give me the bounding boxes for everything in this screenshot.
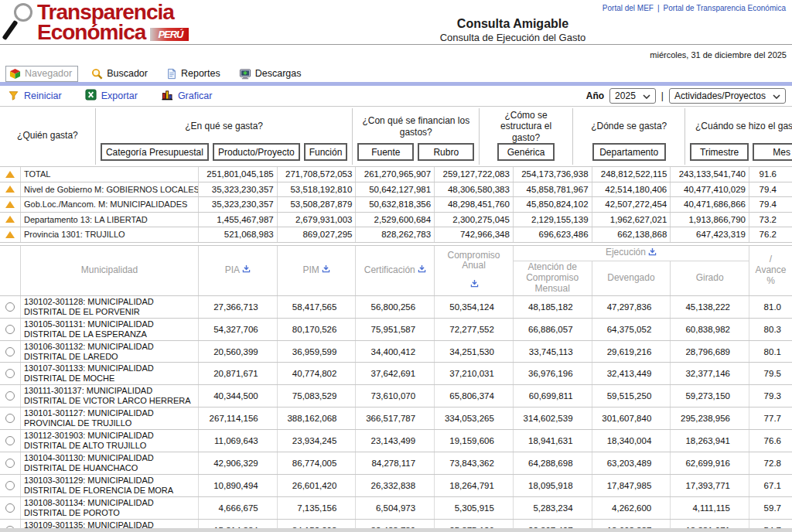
row-radio-button[interactable] — [5, 347, 15, 356]
col-certificacion[interactable]: Certificación — [355, 246, 434, 295]
logo-line1: Transparencia — [37, 2, 189, 22]
graficar-button[interactable]: Graficar — [161, 89, 212, 103]
bottom-scrollbar-track[interactable] — [0, 528, 792, 532]
summary-compromiso-anual: 48,298,451,760 — [434, 197, 513, 212]
atencion-value: 64,288,698 — [513, 452, 592, 474]
gold-triangle-icon[interactable] — [0, 227, 20, 242]
summary-girado: 40,477,410,029 — [670, 182, 749, 197]
fuente-button[interactable]: Fuente — [357, 143, 414, 161]
tab-reportes[interactable]: Reportes — [163, 66, 226, 81]
certificacion-value: 366,517,787 — [355, 408, 434, 429]
summary-atencion: 45,850,824,102 — [513, 197, 592, 212]
row-radio-button[interactable] — [5, 459, 15, 468]
table-row: 130108-301134: MUNICIPALIDAD DISTRITAL D… — [0, 497, 792, 520]
certificacion-value: 26,332,838 — [355, 475, 434, 496]
sort-download-icon[interactable] — [646, 247, 657, 259]
year-select[interactable]: 2025 — [609, 88, 656, 104]
row-radio-button[interactable] — [5, 302, 15, 312]
sort-download-icon[interactable] — [415, 264, 426, 276]
devengado-value: 63,203,489 — [592, 452, 671, 474]
col-ejecucion[interactable]: Ejecución — [513, 246, 749, 261]
funcion-button[interactable]: Función — [304, 143, 348, 161]
girado-value: 62,699,916 — [670, 452, 749, 474]
compromiso-anual-value: 18,264,791 — [434, 475, 513, 496]
girado-value: 45,138,222 — [670, 296, 749, 318]
filter-group-en-que: ¿En qué se gasta? Categoría Presupuestal… — [95, 108, 353, 165]
avance-value: 80.1 — [749, 341, 792, 363]
devengado-value: 29,619,216 — [592, 341, 671, 363]
col-pia[interactable]: PIA — [198, 246, 277, 295]
devengado-value: 17,847,985 — [592, 475, 671, 496]
year-value: 2025 — [615, 90, 636, 101]
summary-avance: 79.4 — [749, 182, 792, 197]
avance-value: 81.0 — [749, 296, 792, 318]
summary-avance: 91.6 — [749, 167, 792, 182]
link-portal-transparencia[interactable]: Portal de Transparencia Económica — [664, 4, 786, 12]
row-radio-button[interactable] — [5, 503, 15, 513]
col-compromiso-anual[interactable]: Compromiso Anual — [434, 246, 513, 295]
summary-devengado: 42,514,180,406 — [592, 182, 671, 197]
sort-download-icon[interactable] — [319, 264, 330, 276]
municipality-name: 130106-301132: MUNICIPALIDAD DISTRITAL D… — [21, 341, 198, 363]
link-portal-mef[interactable]: Portal del MEF — [603, 4, 654, 12]
row-radio-button[interactable] — [5, 391, 15, 401]
tab-descargas[interactable]: Descargas — [236, 66, 307, 81]
document-icon — [166, 68, 177, 80]
row-radio-button[interactable] — [5, 481, 15, 490]
row-radio-cell — [0, 319, 20, 340]
atencion-value: 18,095,918 — [513, 475, 592, 496]
avance-value: 59.7 — [749, 497, 792, 519]
funnel-icon — [8, 90, 19, 103]
toolbar-separator: | — [661, 90, 664, 101]
mes-button[interactable]: Mes — [753, 143, 792, 161]
compromiso-anual-value: 334,053,265 — [434, 408, 513, 429]
portal-links: Portal del MEF | Portal de Transparencia… — [603, 4, 786, 12]
summary-pim: 869,027,295 — [277, 227, 356, 242]
cube-icon — [9, 68, 21, 80]
generica-button[interactable]: Genérica — [497, 143, 554, 161]
row-radio-cell — [0, 363, 20, 384]
certificacion-value: 75,951,587 — [355, 319, 434, 340]
reiniciar-button[interactable]: Reiniciar — [8, 90, 62, 103]
pia-value: 27,366,713 — [198, 296, 277, 318]
row-radio-button[interactable] — [5, 414, 15, 423]
row-radio-button[interactable] — [5, 436, 15, 445]
gold-triangle-icon[interactable] — [0, 213, 20, 227]
table-row: 130112-301903: MUNICIPALIDAD DISTRITAL D… — [0, 430, 792, 452]
gold-triangle-icon[interactable] — [0, 182, 20, 197]
row-radio-button[interactable] — [5, 369, 15, 378]
pim-value: 58,417,565 — [277, 296, 356, 318]
trimestre-button[interactable]: Trimestre — [690, 143, 748, 161]
rubro-button[interactable]: Rubro — [418, 143, 474, 161]
girado-value: 60,838,982 — [670, 319, 749, 340]
producto-proyecto-button[interactable]: Producto/Proyecto — [213, 143, 300, 161]
summary-compromiso-anual: 742,966,348 — [434, 227, 513, 242]
pia-value: 54,327,706 — [198, 319, 277, 340]
gold-triangle-icon[interactable] — [0, 197, 20, 212]
municipality-name: 130112-301903: MUNICIPALIDAD DISTRITAL D… — [21, 430, 198, 452]
sort-download-icon[interactable] — [468, 279, 479, 291]
categoria-presupuestal-button[interactable]: Categoría Presupuestal — [101, 143, 209, 161]
municipality-name-cell: 130106-301132: MUNICIPALIDAD DISTRITAL D… — [20, 341, 198, 363]
exportar-button[interactable]: Exportar — [85, 89, 138, 103]
avance-value: 79.3 — [749, 385, 792, 407]
tab-buscador[interactable]: Buscador — [88, 66, 153, 81]
magnifier-logo-icon — [5, 2, 37, 43]
mode-select[interactable]: Actividades/Proyectos — [669, 88, 786, 104]
pim-value: 26,601,420 — [277, 475, 356, 496]
departamento-button[interactable]: Departamento — [592, 143, 666, 161]
row-radio-button[interactable] — [5, 325, 15, 334]
devengado-value: 47,297,836 — [592, 296, 671, 318]
girado-value: 295,238,956 — [670, 408, 749, 429]
page-title: Consulta Amigable — [385, 17, 640, 31]
atencion-value: 18,941,631 — [513, 430, 592, 452]
consulta-amigable-page: Transparencia Económica PERÚ Consulta Am… — [0, 0, 792, 532]
sort-download-icon[interactable] — [240, 264, 251, 276]
tab-navegador[interactable]: Navegador — [5, 66, 78, 82]
col-pim[interactable]: PIM — [277, 246, 356, 295]
gold-triangle-icon[interactable] — [0, 167, 20, 182]
municipality-name: 130102-301128: MUNICIPALIDAD DISTRITAL D… — [21, 296, 198, 318]
girado-value: 32,377,146 — [670, 363, 749, 384]
question-cuando-gasto: ¿Cuándo se hizo el gasto? — [687, 110, 792, 143]
pia-value: 267,114,156 — [198, 408, 277, 429]
